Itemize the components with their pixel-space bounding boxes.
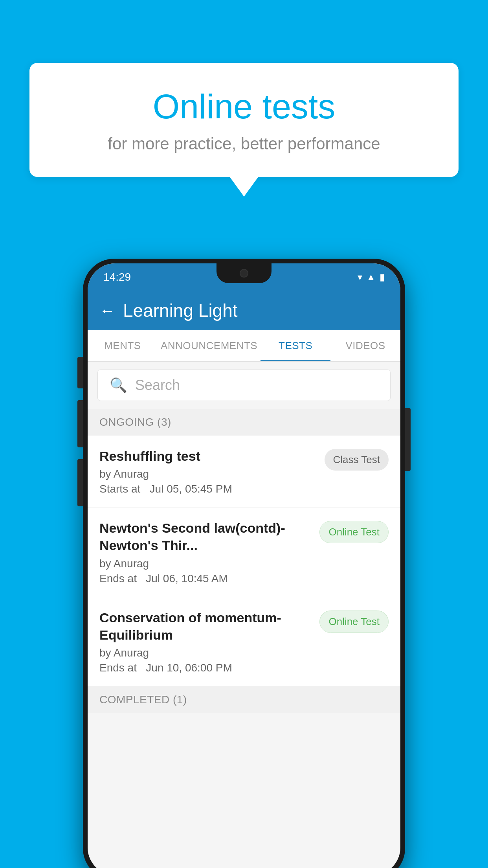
tab-videos[interactable]: VIDEOS (330, 330, 400, 361)
bubble-title: Online tests (61, 86, 427, 127)
test-item-conservation[interactable]: Conservation of momentum-Equilibrium by … (88, 597, 400, 686)
search-icon: 🔍 (110, 377, 127, 394)
ongoing-section-header: ONGOING (3) (88, 409, 400, 436)
test-info-newtons: Newton's Second law(contd)-Newton's Thir… (99, 519, 314, 585)
test-badge-newtons: Online Test (319, 521, 389, 543)
speech-bubble-container: Online tests for more practice, better p… (29, 63, 459, 177)
search-input[interactable]: Search (135, 377, 180, 394)
phone-frame: 14:29 ▾ ▲ ▮ ← Learning Light MENTS ANNOU… (83, 259, 405, 868)
tab-announcements[interactable]: ANNOUNCEMENTS (158, 330, 261, 361)
search-bar[interactable]: 🔍 Search (97, 370, 391, 401)
search-container: 🔍 Search (88, 362, 400, 409)
back-button[interactable]: ← (99, 302, 115, 320)
test-info-reshuffling: Reshuffling test by Anurag Starts at Jul… (99, 447, 319, 495)
wifi-icon: ▾ (358, 272, 362, 283)
phone-power-button-right (405, 408, 411, 471)
tab-tests[interactable]: TESTS (261, 330, 330, 361)
test-list: Reshuffling test by Anurag Starts at Jul… (88, 436, 400, 686)
battery-icon: ▮ (380, 272, 385, 283)
front-camera (240, 269, 248, 278)
test-name-newtons: Newton's Second law(contd)-Newton's Thir… (99, 519, 314, 554)
tabs-bar: MENTS ANNOUNCEMENTS TESTS VIDEOS (88, 330, 400, 362)
signal-icon: ▲ (366, 272, 376, 283)
status-icons: ▾ ▲ ▮ (358, 272, 385, 283)
phone-power-button-left (77, 459, 83, 506)
test-item-reshuffling[interactable]: Reshuffling test by Anurag Starts at Jul… (88, 436, 400, 508)
phone-volume-down-button (77, 400, 83, 447)
test-time-reshuffling: Starts at Jul 05, 05:45 PM (99, 483, 319, 495)
test-name-reshuffling: Reshuffling test (99, 447, 319, 465)
test-name-conservation: Conservation of momentum-Equilibrium (99, 609, 314, 644)
test-badge-conservation: Online Test (319, 611, 389, 633)
test-author-reshuffling: by Anurag (99, 468, 319, 480)
test-author-newtons: by Anurag (99, 557, 314, 570)
tab-videos-label: VIDEOS (345, 340, 385, 352)
tab-announcements-label: ANNOUNCEMENTS (161, 340, 257, 352)
test-time-conservation: Ends at Jun 10, 06:00 PM (99, 662, 314, 674)
test-time-newtons: Ends at Jul 06, 10:45 AM (99, 572, 314, 585)
ongoing-section-title: ONGOING (3) (99, 416, 171, 428)
app-header: ← Learning Light (88, 291, 400, 330)
completed-section-title: COMPLETED (1) (99, 693, 187, 706)
test-info-conservation: Conservation of momentum-Equilibrium by … (99, 609, 314, 674)
tab-assignments-label: MENTS (104, 340, 141, 352)
bubble-subtitle: for more practice, better performance (61, 134, 427, 153)
phone-notch (216, 263, 272, 283)
tab-tests-label: TESTS (279, 340, 312, 352)
status-bar: 14:29 ▾ ▲ ▮ (88, 263, 400, 291)
test-author-conservation: by Anurag (99, 647, 314, 659)
completed-section-header: COMPLETED (1) (88, 686, 400, 713)
phone-volume-up-button (77, 357, 83, 388)
test-badge-reshuffling: Class Test (325, 449, 389, 471)
app-title: Learning Light (123, 300, 238, 321)
speech-bubble: Online tests for more practice, better p… (29, 63, 459, 177)
status-time: 14:29 (103, 271, 131, 283)
phone-screen: 14:29 ▾ ▲ ▮ ← Learning Light MENTS ANNOU… (88, 263, 400, 868)
tab-assignments[interactable]: MENTS (88, 330, 158, 361)
test-item-newtons[interactable]: Newton's Second law(contd)-Newton's Thir… (88, 508, 400, 597)
